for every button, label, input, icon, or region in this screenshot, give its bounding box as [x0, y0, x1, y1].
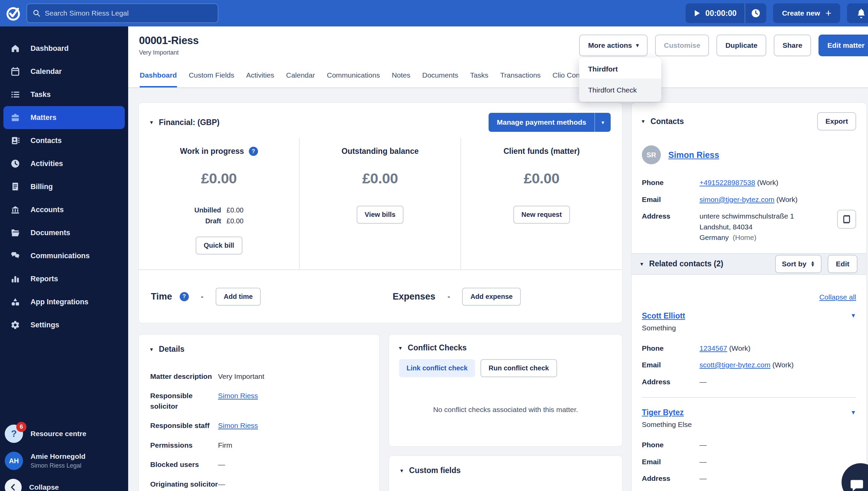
expand-contact-icon[interactable]: ▼ [850, 409, 856, 416]
tab-dashboard[interactable]: Dashboard [140, 64, 177, 87]
tab-transactions[interactable]: Transactions [500, 64, 540, 87]
expand-contact-icon[interactable]: ▼ [850, 312, 856, 319]
phone-link[interactable]: 1234567 [699, 344, 727, 352]
financial-title: Financial: (GBP) [159, 118, 220, 127]
sidebar-item-documents[interactable]: Documents [0, 221, 128, 244]
manage-payment-caret-button[interactable]: ▾ [594, 113, 611, 132]
customise-button[interactable]: Customise [655, 35, 709, 56]
wip-amount: £0.00 [201, 170, 237, 187]
email-row: Email scott@tiger-bytez.com (Work) [642, 360, 856, 370]
sidebar-item-activities[interactable]: Activities [0, 152, 128, 175]
sidebar-item-dashboard[interactable]: Dashboard [0, 37, 128, 60]
contact-name-link[interactable]: Simon Riess [668, 150, 719, 160]
address-value: — [699, 376, 707, 387]
related-contact-subtitle: Something Else [642, 421, 856, 429]
tab-communications[interactable]: Communications [327, 64, 380, 87]
menu-item-thirdfort-check[interactable]: Thirdfort Check [579, 79, 661, 102]
sidebar: Dashboard Calendar Tasks Matters Contact… [0, 26, 128, 491]
sidebar-item-accounts[interactable]: Accounts [0, 198, 128, 221]
conflict-empty-text: No conflict checks associated with this … [399, 406, 612, 414]
sidebar-item-contacts[interactable]: Contacts [0, 129, 128, 152]
sort-by-button[interactable]: Sort by ▲▼ [775, 255, 822, 273]
share-button[interactable]: Share [774, 35, 811, 56]
new-request-button[interactable]: New request [513, 206, 570, 224]
add-expense-button[interactable]: Add expense [462, 288, 520, 306]
financial-section-title: ▾ Financial: (GBP) [150, 118, 219, 127]
email-type: (Work) [772, 361, 794, 369]
sidebar-item-communications[interactable]: Communications [0, 244, 128, 267]
address-line2: Landshut, 84034 [699, 222, 794, 232]
tab-activities[interactable]: Activities [246, 64, 274, 87]
email-value: — [699, 456, 707, 467]
address-label: Address [642, 473, 699, 484]
detail-row: Matter description Very Important [150, 371, 368, 382]
sidebar-item-tasks[interactable]: Tasks [0, 83, 128, 106]
collapse-triangle-icon[interactable]: ▾ [400, 468, 403, 474]
time-title: Time [151, 291, 172, 302]
column-title: Outstanding balance [341, 147, 418, 156]
help-circle-icon[interactable]: ? [249, 147, 258, 156]
app-logo[interactable] [0, 4, 26, 22]
create-new-button[interactable]: Create new + [773, 3, 840, 23]
phone-link[interactable]: +4915228987538 [699, 179, 755, 186]
related-contact-name-link[interactable]: Scott Elliott [642, 311, 685, 321]
collapse-triangle-icon[interactable]: ▾ [150, 119, 153, 125]
run-conflict-check-button[interactable]: Run conflict check [480, 359, 557, 377]
phone-label: Phone [642, 343, 699, 354]
tab-calendar[interactable]: Calendar [286, 64, 315, 87]
search-input[interactable] [45, 9, 212, 17]
draft-value: £0.00 [226, 217, 243, 225]
edit-matter-button[interactable]: Edit matter [818, 35, 868, 56]
unbilled-value: £0.00 [226, 206, 243, 214]
manage-payment-methods-button[interactable]: Manage payment methods [489, 113, 594, 132]
email-link[interactable]: scott@tiger-bytez.com [699, 361, 770, 369]
topbar: 00:00:00 Create new + [0, 0, 868, 26]
link-conflict-check-button[interactable]: Link conflict check [399, 359, 475, 377]
sidebar-item-matters[interactable]: Matters [3, 106, 125, 129]
timer-clock-button[interactable] [745, 3, 766, 23]
collapse-sidebar-button[interactable]: Collapse [5, 479, 128, 491]
help-circle-icon[interactable]: ? [180, 292, 189, 301]
tab-notes[interactable]: Notes [392, 64, 410, 87]
user-menu[interactable]: AH Amie Hornegold Simon Riess Legal [5, 452, 128, 470]
copy-address-button[interactable] [837, 210, 856, 229]
sidebar-item-calendar[interactable]: Calendar [0, 60, 128, 83]
resource-centre[interactable]: ? 6 Resource centre [5, 425, 128, 443]
timer-button[interactable]: 00:00:00 [686, 3, 745, 23]
contacts-title: Contacts [651, 117, 684, 126]
time-empty-value: - [201, 292, 203, 301]
sidebar-item-billing[interactable]: Billing [0, 175, 128, 198]
detail-label: Permissions [150, 440, 218, 450]
edit-related-button[interactable]: Edit [828, 255, 857, 273]
view-bills-button[interactable]: View bills [357, 206, 404, 224]
global-search[interactable] [26, 3, 218, 23]
phone-type: (Work) [757, 179, 778, 186]
page-title: 00001-Riess [139, 35, 199, 47]
email-link[interactable]: simon@tiger-bytez.com [699, 196, 774, 203]
add-time-button[interactable]: Add time [216, 288, 261, 306]
sidebar-item-app-integrations[interactable]: App Integrations [0, 290, 128, 313]
collapse-all-link[interactable]: Collapse all [819, 293, 856, 301]
sidebar-item-label: Tasks [31, 90, 51, 99]
notifications-button[interactable] [847, 3, 868, 23]
collapse-triangle-icon[interactable]: ▾ [399, 345, 402, 351]
address-row: Address untere schwimmschulstraße 1 Land… [642, 211, 856, 243]
collapse-triangle-icon[interactable]: ▾ [642, 118, 645, 124]
tab-documents[interactable]: Documents [422, 64, 458, 87]
responsible-staff-link[interactable]: Simon Riess [218, 422, 258, 429]
related-contact-name-link[interactable]: Tiger Bytez [642, 408, 684, 417]
collapse-triangle-icon[interactable]: ▾ [150, 346, 153, 352]
sidebar-item-settings[interactable]: Settings [0, 313, 128, 336]
related-contact-subtitle: Something [642, 324, 856, 332]
export-button[interactable]: Export [817, 112, 856, 130]
more-actions-button[interactable]: More actions ▾ [579, 35, 648, 56]
tab-tasks[interactable]: Tasks [470, 64, 488, 87]
quick-bill-button[interactable]: Quick bill [196, 237, 242, 254]
tab-custom-fields[interactable]: Custom Fields [189, 64, 234, 87]
sidebar-item-reports[interactable]: Reports [0, 267, 128, 290]
duplicate-button[interactable]: Duplicate [716, 35, 766, 56]
responsible-solicitor-link[interactable]: Simon Riess [218, 392, 258, 400]
collapse-triangle-icon[interactable]: ▾ [640, 261, 643, 267]
detail-label: Matter description [150, 371, 218, 382]
detail-label: Blocked users [150, 459, 218, 470]
